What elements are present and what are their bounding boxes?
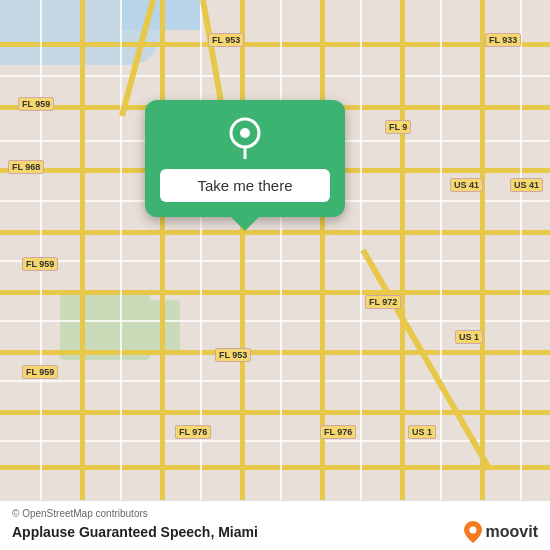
road-diagonal-2 — [200, 0, 225, 109]
map-view: FL 953 FL 933 FL 959 FL 9 FL 968 US 41 U… — [0, 0, 550, 500]
svg-point-1 — [240, 128, 250, 138]
road-label-us41-2: US 41 — [510, 178, 543, 192]
road-label-fl972: FL 972 — [365, 295, 401, 309]
park-area-2 — [130, 300, 180, 355]
road-label-fl953-top: FL 953 — [208, 33, 244, 47]
road-v-5 — [400, 0, 405, 500]
road-v-6 — [480, 0, 485, 500]
road-label-fl9: FL 9 — [385, 120, 411, 134]
road-v-minor-4 — [280, 0, 282, 500]
map-background: FL 953 FL 933 FL 959 FL 9 FL 968 US 41 U… — [0, 0, 550, 500]
road-label-fl953-low: FL 953 — [215, 348, 251, 362]
moovit-brand-text: moovit — [486, 523, 538, 541]
svg-point-3 — [469, 527, 476, 534]
road-v-minor-2 — [120, 0, 122, 500]
location-name: Applause Guaranteed Speech, Miami — [12, 524, 258, 540]
road-v-3 — [240, 0, 245, 500]
road-label-fl959-top: FL 959 — [18, 97, 54, 111]
road-label-fl968: FL 968 — [8, 160, 44, 174]
road-label-fl976-right: FL 976 — [320, 425, 356, 439]
road-v-2 — [160, 0, 165, 500]
road-label-fl976-left: FL 976 — [175, 425, 211, 439]
take-me-there-button[interactable]: Take me there — [160, 169, 330, 202]
moovit-logo: moovit — [464, 521, 538, 543]
road-label-us1-right: US 1 — [455, 330, 483, 344]
moovit-pin-icon — [464, 521, 482, 543]
road-label-fl959-mid: FL 959 — [22, 257, 58, 271]
location-info-row: Applause Guaranteed Speech, Miami moovit — [12, 521, 538, 543]
road-v-1 — [80, 0, 85, 500]
road-v-minor-1 — [40, 0, 42, 500]
road-label-fl933: FL 933 — [485, 33, 521, 47]
map-attribution: © OpenStreetMap contributors — [12, 508, 538, 519]
road-v-minor-7 — [520, 0, 522, 500]
location-pin-icon — [223, 115, 267, 159]
road-label-us1-bottom: US 1 — [408, 425, 436, 439]
bottom-bar: © OpenStreetMap contributors Applause Gu… — [0, 500, 550, 550]
location-popup: Take me there — [145, 100, 345, 217]
road-label-fl959-low: FL 959 — [22, 365, 58, 379]
road-label-us41-1: US 41 — [450, 178, 483, 192]
road-v-minor-6 — [440, 0, 442, 500]
